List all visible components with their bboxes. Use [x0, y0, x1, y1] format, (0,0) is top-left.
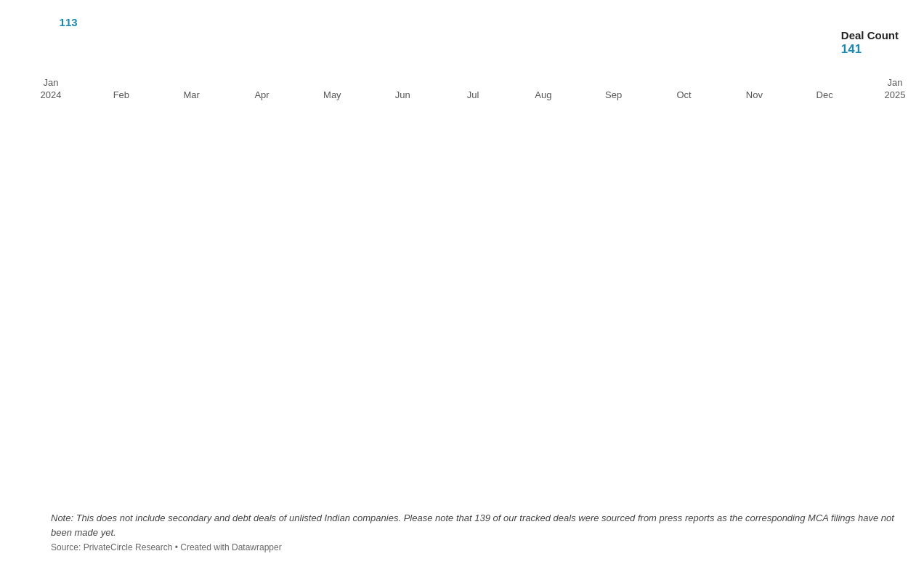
- x-axis-label: Jun: [395, 89, 410, 102]
- chart-source: Source: PrivateCircle Research • Created…: [51, 542, 902, 552]
- x-axis-label: Oct: [676, 89, 691, 102]
- x-axis-label: Dec: [816, 89, 833, 102]
- legend-value: 141: [841, 42, 899, 57]
- x-axis-label: May: [323, 89, 341, 102]
- first-point-label: 113: [60, 16, 78, 28]
- x-axis-label: Aug: [535, 89, 551, 102]
- x-axis-label: Nov: [746, 89, 763, 102]
- chart-note: Note: This does not include secondary an…: [51, 511, 902, 539]
- x-axis-label: Sep: [605, 89, 622, 102]
- x-axis-label: Apr: [254, 89, 269, 102]
- x-axis-label: Feb: [113, 89, 129, 102]
- x-axis-label: Mar: [183, 89, 199, 102]
- x-axis-label: Jan2024: [41, 77, 62, 102]
- x-axis-label: Jan2025: [885, 77, 906, 102]
- legend-box: Deal Count 141: [841, 29, 899, 57]
- x-axis-label: Jul: [467, 89, 479, 102]
- chart-container: 140120100806040200: [0, 0, 924, 567]
- legend-title: Deal Count: [841, 29, 899, 42]
